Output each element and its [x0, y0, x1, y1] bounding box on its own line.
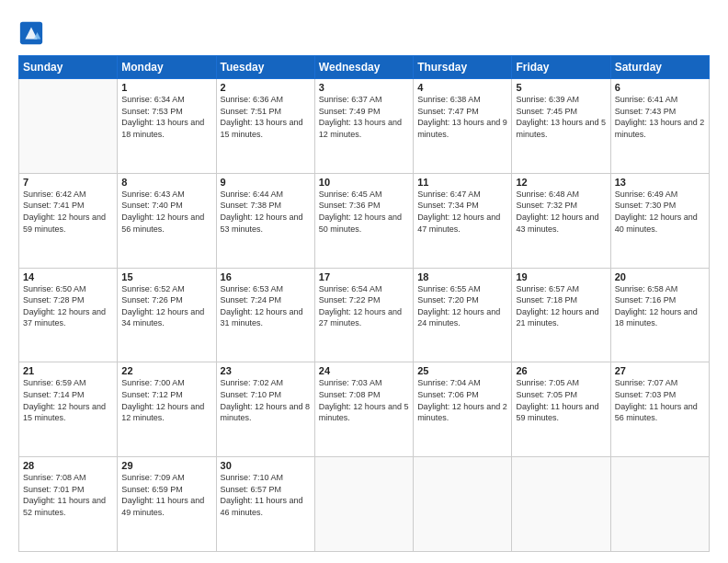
day-number: 21 [23, 365, 113, 376]
calendar-cell [610, 457, 709, 552]
calendar-cell [19, 79, 118, 174]
day-number: 18 [417, 271, 507, 282]
cell-info: Sunrise: 6:44 AMSunset: 7:38 PMDaylight:… [221, 189, 311, 235]
cell-info: Sunrise: 7:03 AMSunset: 7:08 PMDaylight:… [319, 377, 409, 423]
cell-info: Sunrise: 6:52 AMSunset: 7:26 PMDaylight:… [121, 283, 211, 329]
calendar-cell [414, 457, 512, 552]
calendar-cell: 12Sunrise: 6:48 AMSunset: 7:32 PMDayligh… [512, 173, 610, 268]
cell-info: Sunrise: 7:08 AMSunset: 7:01 PMDaylight:… [23, 472, 113, 518]
day-number: 22 [121, 365, 211, 376]
day-number: 6 [615, 82, 705, 93]
cell-info: Sunrise: 6:41 AMSunset: 7:43 PMDaylight:… [615, 94, 705, 140]
cell-info: Sunrise: 6:57 AMSunset: 7:18 PMDaylight:… [516, 283, 606, 329]
cell-info: Sunrise: 7:09 AMSunset: 6:59 PMDaylight:… [121, 472, 211, 518]
cell-info: Sunrise: 6:47 AMSunset: 7:34 PMDaylight:… [417, 189, 507, 235]
day-number: 24 [319, 365, 409, 376]
calendar-cell: 24Sunrise: 7:03 AMSunset: 7:08 PMDayligh… [314, 362, 413, 457]
calendar-week-row: 7Sunrise: 6:42 AMSunset: 7:41 PMDaylight… [19, 173, 710, 268]
day-number: 4 [417, 82, 507, 93]
day-number: 17 [319, 271, 409, 282]
calendar-cell: 14Sunrise: 6:50 AMSunset: 7:28 PMDayligh… [19, 268, 118, 362]
calendar-cell: 4Sunrise: 6:38 AMSunset: 7:47 PMDaylight… [414, 79, 512, 174]
calendar-cell: 3Sunrise: 6:37 AMSunset: 7:49 PMDaylight… [314, 79, 413, 174]
calendar-week-row: 28Sunrise: 7:08 AMSunset: 7:01 PMDayligh… [19, 457, 710, 552]
cell-info: Sunrise: 6:48 AMSunset: 7:32 PMDaylight:… [516, 189, 606, 235]
day-number: 12 [516, 177, 606, 188]
cell-info: Sunrise: 6:42 AMSunset: 7:41 PMDaylight:… [23, 189, 113, 235]
logo [18, 20, 47, 46]
calendar-day-header: Monday [118, 56, 216, 79]
calendar-cell: 15Sunrise: 6:52 AMSunset: 7:26 PMDayligh… [118, 268, 216, 362]
day-number: 8 [121, 177, 211, 188]
calendar-table: SundayMondayTuesdayWednesdayThursdayFrid… [18, 55, 710, 552]
calendar-cell: 10Sunrise: 6:45 AMSunset: 7:36 PMDayligh… [314, 173, 413, 268]
cell-info: Sunrise: 6:43 AMSunset: 7:40 PMDaylight:… [121, 189, 211, 235]
calendar-cell: 20Sunrise: 6:58 AMSunset: 7:16 PMDayligh… [610, 268, 709, 362]
day-number: 25 [417, 365, 507, 376]
page: SundayMondayTuesdayWednesdayThursdayFrid… [0, 0, 728, 563]
calendar-cell: 22Sunrise: 7:00 AMSunset: 7:12 PMDayligh… [118, 362, 216, 457]
calendar-cell: 30Sunrise: 7:10 AMSunset: 6:57 PMDayligh… [216, 457, 314, 552]
cell-info: Sunrise: 7:10 AMSunset: 6:57 PMDaylight:… [221, 472, 311, 518]
day-number: 2 [221, 82, 311, 93]
cell-info: Sunrise: 6:38 AMSunset: 7:47 PMDaylight:… [417, 94, 507, 140]
calendar-cell: 7Sunrise: 6:42 AMSunset: 7:41 PMDaylight… [19, 173, 118, 268]
cell-info: Sunrise: 7:04 AMSunset: 7:06 PMDaylight:… [417, 377, 507, 423]
cell-info: Sunrise: 6:53 AMSunset: 7:24 PMDaylight:… [221, 283, 311, 329]
cell-info: Sunrise: 6:50 AMSunset: 7:28 PMDaylight:… [23, 283, 113, 329]
calendar-day-header: Sunday [19, 56, 118, 79]
cell-info: Sunrise: 6:58 AMSunset: 7:16 PMDaylight:… [615, 283, 705, 329]
calendar-day-header: Thursday [414, 56, 512, 79]
calendar-week-row: 21Sunrise: 6:59 AMSunset: 7:14 PMDayligh… [19, 362, 710, 457]
day-number: 26 [516, 365, 606, 376]
day-number: 1 [121, 82, 211, 93]
calendar-cell: 17Sunrise: 6:54 AMSunset: 7:22 PMDayligh… [314, 268, 413, 362]
calendar-cell: 27Sunrise: 7:07 AMSunset: 7:03 PMDayligh… [610, 362, 709, 457]
cell-info: Sunrise: 6:36 AMSunset: 7:51 PMDaylight:… [221, 94, 311, 140]
day-number: 28 [23, 460, 113, 471]
calendar-day-header: Saturday [610, 56, 709, 79]
day-number: 27 [615, 365, 705, 376]
cell-info: Sunrise: 6:39 AMSunset: 7:45 PMDaylight:… [516, 94, 606, 140]
calendar-header-row: SundayMondayTuesdayWednesdayThursdayFrid… [19, 56, 710, 79]
cell-info: Sunrise: 7:02 AMSunset: 7:10 PMDaylight:… [221, 377, 311, 423]
calendar-cell: 13Sunrise: 6:49 AMSunset: 7:30 PMDayligh… [610, 173, 709, 268]
calendar-cell: 8Sunrise: 6:43 AMSunset: 7:40 PMDaylight… [118, 173, 216, 268]
calendar-cell: 28Sunrise: 7:08 AMSunset: 7:01 PMDayligh… [19, 457, 118, 552]
day-number: 9 [221, 177, 311, 188]
calendar-cell: 16Sunrise: 6:53 AMSunset: 7:24 PMDayligh… [216, 268, 314, 362]
day-number: 19 [516, 271, 606, 282]
cell-info: Sunrise: 7:05 AMSunset: 7:05 PMDaylight:… [516, 377, 606, 423]
cell-info: Sunrise: 6:34 AMSunset: 7:53 PMDaylight:… [121, 94, 211, 140]
calendar-cell: 1Sunrise: 6:34 AMSunset: 7:53 PMDaylight… [118, 79, 216, 174]
calendar-cell: 11Sunrise: 6:47 AMSunset: 7:34 PMDayligh… [414, 173, 512, 268]
day-number: 23 [221, 365, 311, 376]
day-number: 15 [121, 271, 211, 282]
cell-info: Sunrise: 6:49 AMSunset: 7:30 PMDaylight:… [615, 189, 705, 235]
calendar-day-header: Wednesday [314, 56, 413, 79]
calendar-day-header: Friday [512, 56, 610, 79]
calendar-cell: 19Sunrise: 6:57 AMSunset: 7:18 PMDayligh… [512, 268, 610, 362]
calendar-week-row: 14Sunrise: 6:50 AMSunset: 7:28 PMDayligh… [19, 268, 710, 362]
logo-icon [18, 20, 44, 46]
calendar-week-row: 1Sunrise: 6:34 AMSunset: 7:53 PMDaylight… [19, 79, 710, 174]
calendar-cell: 2Sunrise: 6:36 AMSunset: 7:51 PMDaylight… [216, 79, 314, 174]
calendar-cell: 5Sunrise: 6:39 AMSunset: 7:45 PMDaylight… [512, 79, 610, 174]
calendar-cell: 18Sunrise: 6:55 AMSunset: 7:20 PMDayligh… [414, 268, 512, 362]
calendar-cell: 21Sunrise: 6:59 AMSunset: 7:14 PMDayligh… [19, 362, 118, 457]
day-number: 13 [615, 177, 705, 188]
cell-info: Sunrise: 7:00 AMSunset: 7:12 PMDaylight:… [121, 377, 211, 423]
day-number: 3 [319, 82, 409, 93]
calendar-cell: 25Sunrise: 7:04 AMSunset: 7:06 PMDayligh… [414, 362, 512, 457]
day-number: 5 [516, 82, 606, 93]
calendar-cell: 26Sunrise: 7:05 AMSunset: 7:05 PMDayligh… [512, 362, 610, 457]
day-number: 20 [615, 271, 705, 282]
day-number: 30 [221, 460, 311, 471]
day-number: 29 [121, 460, 211, 471]
calendar-cell: 9Sunrise: 6:44 AMSunset: 7:38 PMDaylight… [216, 173, 314, 268]
cell-info: Sunrise: 6:45 AMSunset: 7:36 PMDaylight:… [319, 189, 409, 235]
calendar-day-header: Tuesday [216, 56, 314, 79]
day-number: 10 [319, 177, 409, 188]
day-number: 14 [23, 271, 113, 282]
day-number: 11 [417, 177, 507, 188]
